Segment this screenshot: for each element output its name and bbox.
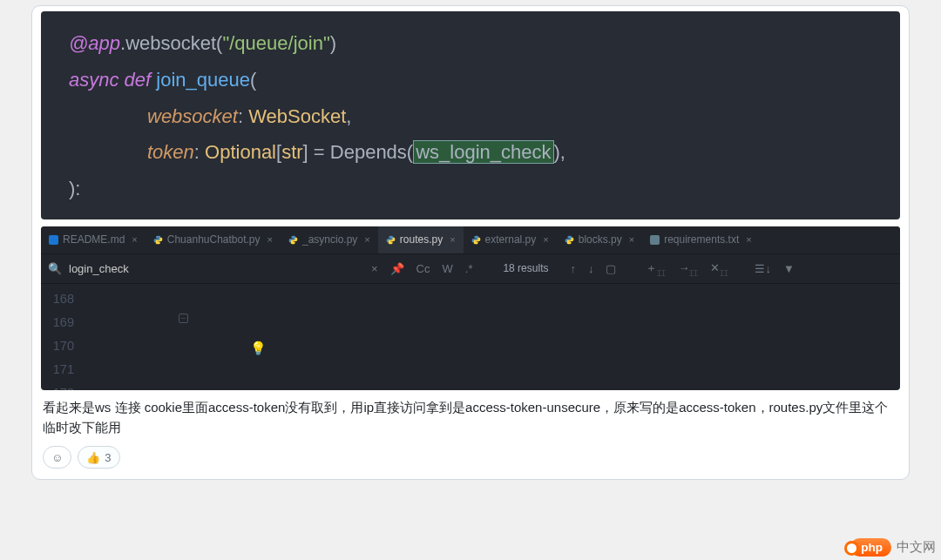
highlight-ws-login-check: ws_login_check — [413, 140, 553, 164]
next-match-icon[interactable]: ↓ — [588, 262, 594, 275]
prev-match-icon[interactable]: ↑ — [570, 262, 576, 275]
watermark-text: 中文网 — [897, 539, 936, 556]
thumbs-up-reaction[interactable]: 👍 3 — [78, 446, 119, 469]
close-icon[interactable]: × — [450, 234, 455, 245]
python-icon — [386, 235, 396, 245]
tab-chuanhu[interactable]: ChuanhuChatbot.py× — [146, 226, 281, 253]
python-icon — [288, 235, 298, 245]
close-search-icon[interactable]: × — [371, 262, 378, 275]
svg-point-1 — [159, 242, 160, 243]
comment-body-text: 看起来是ws 连接 cookie里面access-token没有取到，用ip直接… — [43, 397, 898, 438]
code-line: websocket: WebSocket, — [69, 98, 874, 135]
reaction-count: 3 — [105, 451, 111, 464]
select-all-icon[interactable]: ▢ — [606, 262, 616, 275]
tab-routes[interactable]: routes.py× — [378, 226, 464, 253]
regex-toggle[interactable]: .* — [465, 262, 473, 275]
close-icon[interactable]: × — [746, 234, 751, 245]
match-case-toggle[interactable]: Cc — [416, 262, 430, 275]
code-editor-body[interactable]: 168 169 170 171 172 – 💡 async def ws_log… — [41, 284, 900, 390]
close-icon[interactable]: × — [132, 234, 137, 245]
close-icon[interactable]: × — [267, 234, 273, 245]
select-next-icon[interactable]: →⌶⌶ — [678, 261, 698, 277]
tab-requirements[interactable]: requirements.txt× — [642, 226, 759, 253]
tab-readme[interactable]: README.md× — [41, 226, 146, 253]
deselect-icon[interactable]: ✕⌶⌶ — [710, 261, 728, 277]
editor-tabs: README.md× ChuanhuChatbot.py× _asyncio.p… — [41, 226, 900, 254]
code-line: @app.websocket("/queue/join") — [69, 25, 874, 62]
tab-asyncio[interactable]: _asyncio.py× — [281, 226, 378, 253]
lightbulb-icon[interactable]: 💡 — [250, 336, 267, 360]
show-list-icon[interactable]: ☰↓ — [755, 262, 771, 275]
reactions-bar: ☺ 👍 3 — [43, 446, 898, 469]
python-icon — [565, 235, 574, 245]
find-bar: 🔍 login_check × 📌 Cc W .* 18 results ↑ ↓… — [41, 254, 900, 284]
watermark: php 中文网 — [850, 538, 936, 557]
code-line: token: Optional[str] = Depends(ws_login_… — [69, 134, 874, 171]
search-icon[interactable]: 🔍 — [48, 262, 62, 275]
code-snippet-top: @app.websocket("/queue/join") async def … — [41, 11, 900, 219]
add-selection-icon[interactable]: ＋⌶⌶ — [646, 260, 666, 277]
search-query[interactable]: login_check — [69, 262, 365, 275]
code-line: ): — [69, 171, 874, 207]
results-count: 18 results — [503, 262, 548, 274]
code-lines: – 💡 async def ws_login_check(websocket: … — [83, 287, 576, 390]
add-reaction-button[interactable]: ☺ — [43, 446, 71, 469]
python-icon — [153, 235, 163, 245]
close-icon[interactable]: × — [364, 234, 369, 245]
line-gutter: 168 169 170 171 172 — [41, 287, 83, 390]
code-line: async def join_queue( — [69, 62, 874, 98]
tab-blocks[interactable]: blocks.py× — [557, 226, 642, 253]
ide-screenshot: README.md× ChuanhuChatbot.py× _asyncio.p… — [41, 226, 900, 390]
markdown-icon — [49, 235, 58, 245]
thumbs-up-icon: 👍 — [86, 451, 100, 464]
fold-icon[interactable]: – — [179, 314, 188, 323]
text-file-icon — [650, 235, 660, 245]
tab-external[interactable]: external.py× — [464, 226, 557, 253]
python-icon — [471, 235, 481, 245]
close-icon[interactable]: × — [543, 234, 548, 245]
filter-icon[interactable]: ▼ — [783, 262, 795, 275]
smiley-icon: ☺ — [51, 451, 63, 464]
php-badge: php — [850, 538, 891, 557]
close-icon[interactable]: × — [629, 234, 634, 245]
svg-point-0 — [156, 237, 157, 238]
whole-word-toggle[interactable]: W — [442, 262, 452, 275]
comment-card: @app.websocket("/queue/join") async def … — [31, 5, 910, 480]
pin-icon[interactable]: 📌 — [390, 262, 404, 275]
